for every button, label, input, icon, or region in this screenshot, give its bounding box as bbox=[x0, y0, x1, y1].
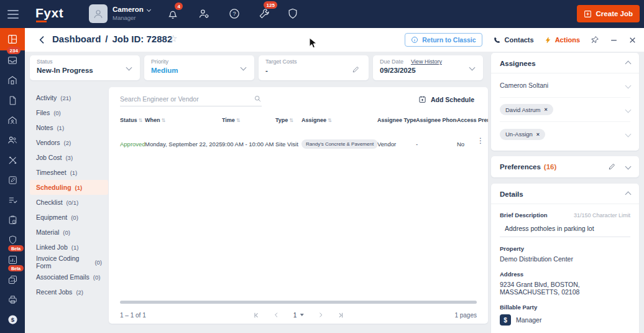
assignee-chip[interactable]: David Astrum× bbox=[500, 104, 553, 115]
nav-item-notes[interactable]: Notes(1) bbox=[30, 120, 108, 135]
col-when[interactable]: When⇅ bbox=[145, 117, 222, 123]
pin-icon[interactable] bbox=[591, 35, 599, 44]
user-role: Manager bbox=[113, 14, 150, 21]
tools-icon bbox=[7, 155, 18, 166]
first-page-icon[interactable] bbox=[253, 312, 260, 319]
property-label: Property bbox=[500, 245, 630, 252]
plus-box-icon bbox=[584, 10, 592, 18]
chevron-down-icon bbox=[625, 131, 632, 138]
nav-item-invoice-coding-form[interactable]: Invoice Coding Form(0) bbox=[30, 255, 108, 270]
nav-item-checklist[interactable]: Checklist(0/1) bbox=[30, 195, 108, 210]
col-type[interactable]: Type⇅ bbox=[275, 117, 301, 123]
rail-item-tools[interactable] bbox=[0, 150, 25, 170]
page-select[interactable]: 1 bbox=[293, 312, 304, 319]
nav-item-job-cost[interactable]: Job Cost(3) bbox=[30, 150, 108, 165]
col-access-premises[interactable]: Access Premises bbox=[457, 117, 488, 123]
beta-badge: Beta bbox=[8, 265, 24, 271]
target-costs-card[interactable]: Target Costs - bbox=[259, 55, 369, 80]
chevron-up-icon bbox=[625, 191, 632, 197]
col-status[interactable]: Status⇅ bbox=[120, 117, 145, 123]
user-settings-icon[interactable] bbox=[198, 7, 210, 20]
row-assignee-phone: - bbox=[416, 141, 457, 148]
search-input[interactable] bbox=[120, 95, 254, 103]
contacts-button[interactable]: Contacts bbox=[493, 36, 534, 44]
table-row[interactable]: Approved Monday, September 22, 2025 9:00… bbox=[120, 134, 488, 153]
printer-icon bbox=[7, 294, 18, 305]
rail-item-equipment-hub[interactable] bbox=[0, 289, 25, 309]
next-page-icon[interactable] bbox=[317, 312, 323, 318]
details-header[interactable]: Details bbox=[491, 184, 639, 204]
col-assignee[interactable]: Assignee⇅ bbox=[301, 117, 377, 123]
assignee-select[interactable]: David Astrum× bbox=[500, 98, 630, 122]
breadcrumb-dashboard[interactable]: Dashboard bbox=[52, 34, 101, 44]
assignees-header[interactable]: Assignees bbox=[491, 53, 639, 73]
search-icon[interactable] bbox=[254, 95, 262, 103]
nav-item-associated-emails[interactable]: Associated Emails(0) bbox=[30, 270, 108, 284]
home-user-icon bbox=[7, 115, 18, 126]
actions-button[interactable]: Actions bbox=[545, 36, 580, 44]
app-logo[interactable]: Fyxt bbox=[35, 6, 63, 21]
search-field bbox=[120, 95, 262, 106]
favorite-star-icon[interactable]: ☆ bbox=[169, 33, 177, 44]
horizontal-scrollbar[interactable] bbox=[120, 301, 477, 304]
preferences-header[interactable]: Preferences(16) bbox=[491, 156, 639, 176]
avatar[interactable] bbox=[89, 4, 108, 23]
nav-item-scheduling[interactable]: Scheduling(1) bbox=[30, 180, 108, 195]
create-job-button[interactable]: Create Job bbox=[577, 5, 640, 22]
rail-item-checklist[interactable] bbox=[0, 190, 25, 210]
status-card[interactable]: Status New-In Progress bbox=[30, 55, 140, 80]
row-menu-icon[interactable]: ⋮ bbox=[477, 137, 484, 144]
help-icon[interactable]: ? bbox=[228, 7, 241, 20]
shield-icon[interactable] bbox=[287, 7, 299, 20]
logo-accent-bar bbox=[36, 21, 47, 22]
user-menu[interactable]: Cameron Manager bbox=[113, 6, 150, 21]
remove-icon[interactable]: × bbox=[545, 106, 548, 113]
assignee-manager-select[interactable]: Cameron Soltani bbox=[500, 73, 630, 98]
rail-item-documents[interactable] bbox=[0, 90, 25, 110]
nav-item-linked-job[interactable]: Linked Job(1) bbox=[30, 240, 108, 255]
prev-page-icon[interactable] bbox=[274, 312, 280, 318]
rail-item-schedule-board[interactable] bbox=[0, 210, 25, 230]
brief-description-input[interactable] bbox=[500, 221, 630, 237]
menu-icon[interactable] bbox=[7, 10, 19, 21]
chevron-down-icon bbox=[625, 164, 632, 170]
due-date-card[interactable]: Due DateView History 09/23/2025 bbox=[373, 55, 483, 80]
col-assignee-phone[interactable]: Assignee Phone⇅ bbox=[416, 117, 457, 123]
last-page-icon[interactable] bbox=[337, 312, 344, 319]
rail-item-property[interactable] bbox=[0, 70, 25, 90]
rail-item-people[interactable] bbox=[0, 130, 25, 150]
remove-icon[interactable]: × bbox=[536, 131, 540, 138]
priority-card[interactable]: Priority Medium bbox=[144, 55, 254, 80]
dollar-badge-icon: $ bbox=[500, 314, 511, 326]
add-schedule-button[interactable]: Add Schedule bbox=[418, 95, 474, 103]
assignee-chip[interactable]: Un-Assign× bbox=[500, 129, 545, 140]
work-orders-wrench-icon[interactable] bbox=[258, 7, 270, 20]
sort-icon: ⇅ bbox=[328, 118, 332, 123]
edit-pencil-icon[interactable] bbox=[608, 162, 616, 171]
rail-item-work-orders[interactable] bbox=[0, 170, 25, 190]
return-to-classic-button[interactable]: Return to Classic bbox=[405, 33, 482, 47]
col-assignee-type[interactable]: Assignee Type⇅ bbox=[377, 117, 416, 123]
minimize-icon[interactable] bbox=[610, 36, 618, 44]
assignee-select[interactable]: Un-Assign× bbox=[500, 122, 630, 146]
rail-item-home-services[interactable] bbox=[0, 110, 25, 130]
nav-item-recent-jobs[interactable]: Recent Jobs(2) bbox=[30, 284, 108, 299]
row-type: Site Visit bbox=[275, 141, 301, 148]
nav-item-vendors[interactable]: Vendors(2) bbox=[30, 135, 108, 150]
nav-item-equipment[interactable]: Equipment(0) bbox=[30, 210, 108, 225]
nav-item-files[interactable]: Files(0) bbox=[30, 105, 108, 120]
edit-pencil-icon[interactable] bbox=[352, 65, 360, 73]
nav-item-activity[interactable]: Activity(21) bbox=[30, 90, 108, 105]
phone-icon bbox=[493, 36, 501, 44]
nav-item-material[interactable]: Material(0) bbox=[30, 225, 108, 240]
back-icon[interactable] bbox=[37, 35, 47, 45]
col-time[interactable]: Time⇅ bbox=[222, 117, 275, 123]
rail-item-payments[interactable]: $ bbox=[0, 309, 25, 329]
nav-item-timesheet[interactable]: Timesheet(1) bbox=[30, 165, 108, 180]
close-icon[interactable] bbox=[628, 36, 637, 44]
assignee-chip[interactable]: Randy's Concrete & Pavement bbox=[301, 139, 377, 149]
rail-item-projects[interactable] bbox=[0, 270, 25, 289]
status-value: New-In Progress bbox=[37, 67, 133, 74]
due-date-value: 09/23/2025 bbox=[380, 67, 476, 74]
view-history-link[interactable]: View History bbox=[411, 59, 442, 65]
